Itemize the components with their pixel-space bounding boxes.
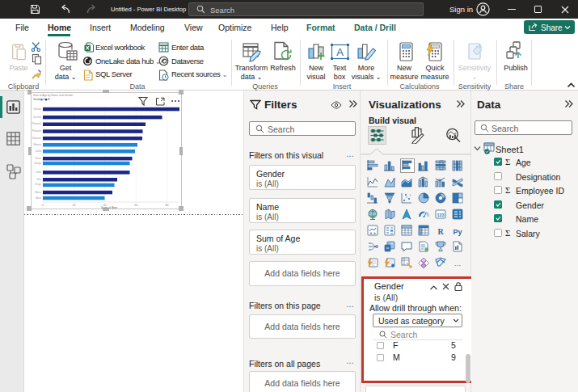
svg-text:Vikram: Vikram [33,107,41,111]
svg-text:Divya: Divya [35,183,41,186]
svg-text:80: 80 [166,204,169,207]
svg-text:Sum of Age by Name and Gender: Sum of Age by Name and Gender [33,94,74,97]
svg-text:John: John [36,171,41,174]
svg-text:Arun: Arun [36,196,41,200]
svg-text:20: 20 [72,204,75,207]
svg-text:Prakash: Prakash [32,129,42,133]
svg-text:R: R [437,227,444,236]
svg-text:Banu: Banu [36,191,42,194]
svg-text:A: A [336,46,344,58]
svg-text:⌄: ⌄ [50,98,53,101]
svg-text:Suresh: Suresh [33,116,41,119]
svg-text:Kiran: Kiran [36,157,42,160]
svg-text:Naveen: Naveen [32,137,41,140]
svg-text:Sum of Age: Sum of Age [101,205,118,209]
svg-text:Ramesh: Ramesh [32,122,41,125]
svg-text:Meena: Meena [34,143,42,146]
svg-text:0: 0 [42,204,44,207]
svg-text:123: 123 [437,213,444,217]
svg-text:…: … [454,259,462,268]
svg-text:Py: Py [453,228,462,236]
svg-text:Leela: Leela [35,150,41,153]
svg-text:60: 60 [134,204,137,207]
svg-text:F: F [43,98,44,101]
svg-text:Gender: Gender [33,98,41,101]
svg-text:Kavya: Kavya [34,162,41,165]
svg-text:Gita: Gita [36,178,41,181]
